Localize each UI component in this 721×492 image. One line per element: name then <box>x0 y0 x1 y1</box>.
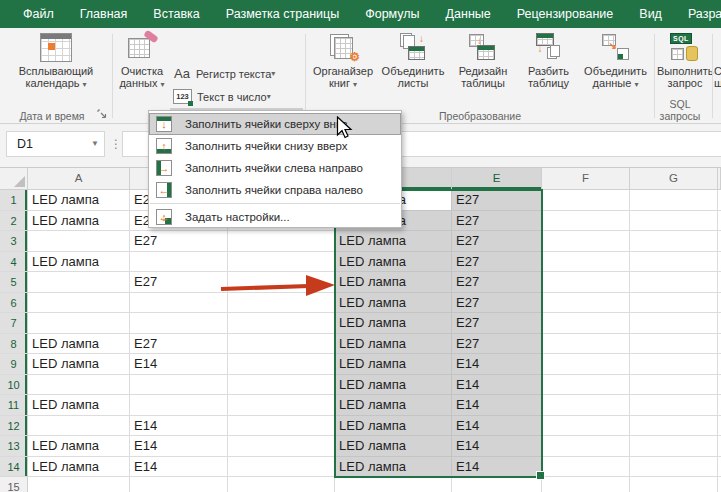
cell-E12[interactable]: E14 <box>452 416 542 437</box>
cell-E11[interactable]: E14 <box>452 395 542 416</box>
cell-G6[interactable] <box>630 293 718 314</box>
cell-E5[interactable]: E27 <box>452 272 542 293</box>
cell-A7[interactable] <box>28 313 130 334</box>
cell-A13[interactable]: LED лампа <box>28 436 130 457</box>
ribbon-button-split[interactable]: ↓Разбитьтаблицу <box>518 32 579 89</box>
menu-item-fill-down[interactable]: ↓Заполнить ячейки сверху вниз <box>149 113 401 135</box>
cell-E10[interactable]: E14 <box>452 375 542 396</box>
tab-2[interactable]: Главная <box>67 0 141 28</box>
menu-item-fill-left[interactable]: ←Заполнить ячейки справа налево <box>149 179 401 201</box>
cell-B4[interactable] <box>130 252 228 273</box>
cell-G4[interactable] <box>630 252 718 273</box>
tab-9[interactable]: Разработч <box>675 0 721 28</box>
cell-A6[interactable] <box>28 293 130 314</box>
cell-A5[interactable] <box>28 272 130 293</box>
cell-E14[interactable]: E14 <box>452 457 542 478</box>
cell-F5[interactable] <box>542 272 630 293</box>
cell-B9[interactable]: E14 <box>130 354 228 375</box>
row-header-14[interactable]: 14 <box>0 457 28 478</box>
cell-A15[interactable] <box>28 477 130 492</box>
menu-item-fill-settings[interactable]: ↔↕Задать настройки... <box>149 206 401 228</box>
cell-B13[interactable]: E14 <box>130 436 228 457</box>
row-header-15[interactable]: 15 <box>0 477 28 492</box>
menu-item-fill-up[interactable]: ↑Заполнить ячейки снизу вверх <box>149 135 401 157</box>
cell-B12[interactable]: E14 <box>130 416 228 437</box>
cell-E2[interactable]: E27 <box>452 211 542 232</box>
cell-G13[interactable] <box>630 436 718 457</box>
cell-A4[interactable]: LED лампа <box>28 252 130 273</box>
cell-E15[interactable] <box>452 477 542 492</box>
menu-item-fill-right[interactable]: →Заполнить ячейки слева направо <box>149 157 401 179</box>
cell-D6[interactable]: LED лампа <box>335 293 452 314</box>
column-header-E[interactable]: E <box>452 168 542 190</box>
row-header-11[interactable]: 11 <box>0 395 28 416</box>
cell-F10[interactable] <box>542 375 630 396</box>
cell-E8[interactable]: E27 <box>452 334 542 355</box>
clean-data-button[interactable]: Очисткаданных ▾ <box>115 32 169 91</box>
row-header-3[interactable]: 3 <box>0 231 28 252</box>
cell-C3[interactable] <box>228 231 335 252</box>
cell-D7[interactable]: LED лампа <box>335 313 452 334</box>
cell-E6[interactable]: E27 <box>452 293 542 314</box>
row-header-13[interactable]: 13 <box>0 436 28 457</box>
popup-calendar-button[interactable]: Всплывающийкалендарь ▾ <box>4 32 108 91</box>
name-box[interactable]: D1▼ <box>6 131 105 157</box>
cell-C11[interactable] <box>228 395 335 416</box>
cell-F2[interactable] <box>542 211 630 232</box>
cell-A14[interactable]: LED лампа <box>28 457 130 478</box>
cell-D13[interactable]: LED лампа <box>335 436 452 457</box>
cell-C8[interactable] <box>228 334 335 355</box>
cell-B7[interactable] <box>130 313 228 334</box>
cell-E4[interactable]: E27 <box>452 252 542 273</box>
cell-B15[interactable] <box>130 477 228 492</box>
cell-E1[interactable]: E27 <box>452 190 542 211</box>
cell-D12[interactable]: LED лампа <box>335 416 452 437</box>
cell-G10[interactable] <box>630 375 718 396</box>
cell-F8[interactable] <box>542 334 630 355</box>
cell-B10[interactable] <box>130 375 228 396</box>
cell-A1[interactable]: LED лампа <box>28 190 130 211</box>
text-case-button[interactable]: Aa Регистр текста▾ <box>170 62 303 85</box>
tab-8[interactable]: Вид <box>626 0 675 28</box>
cell-D15[interactable] <box>335 477 452 492</box>
select-all-corner[interactable] <box>0 168 28 190</box>
row-header-9[interactable]: 9 <box>0 354 28 375</box>
row-header-2[interactable]: 2 <box>0 211 28 232</box>
tab-6[interactable]: Данные <box>433 0 504 28</box>
row-header-6[interactable]: 6 <box>0 293 28 314</box>
cell-F6[interactable] <box>542 293 630 314</box>
cell-G15[interactable] <box>630 477 718 492</box>
cell-B8[interactable]: E27 <box>130 334 228 355</box>
cell-C14[interactable] <box>228 457 335 478</box>
cell-F1[interactable] <box>542 190 630 211</box>
cell-F14[interactable] <box>542 457 630 478</box>
cell-F3[interactable] <box>542 231 630 252</box>
dialog-launcher-icon[interactable] <box>97 109 108 120</box>
cell-A11[interactable]: LED лампа <box>28 395 130 416</box>
cell-G1[interactable] <box>630 190 718 211</box>
column-header-A[interactable]: A <box>28 168 130 190</box>
run-query-button[interactable]: SQL Выполнитьзапрос <box>657 32 713 89</box>
cell-C12[interactable] <box>228 416 335 437</box>
tab-1[interactable]: Файл <box>10 0 67 28</box>
cell-A9[interactable]: LED лампа <box>28 354 130 375</box>
cell-G7[interactable] <box>630 313 718 334</box>
column-header-G[interactable]: G <box>630 168 718 190</box>
cell-C15[interactable] <box>228 477 335 492</box>
row-header-12[interactable]: 12 <box>0 416 28 437</box>
cell-B14[interactable]: E14 <box>130 457 228 478</box>
cell-B3[interactable]: E27 <box>130 231 228 252</box>
ribbon-button-redesign[interactable]: ↓Редизайнтаблицы <box>448 32 518 89</box>
tab-3[interactable]: Вставка <box>140 0 212 28</box>
row-header-4[interactable]: 4 <box>0 252 28 273</box>
cell-B11[interactable] <box>130 395 228 416</box>
text-to-number-button[interactable]: 123 Текст в число▾ <box>170 85 303 108</box>
cell-G8[interactable] <box>630 334 718 355</box>
row-header-8[interactable]: 8 <box>0 334 28 355</box>
cell-E7[interactable]: E27 <box>452 313 542 334</box>
cell-A12[interactable] <box>28 416 130 437</box>
cell-F7[interactable] <box>542 313 630 334</box>
tab-7[interactable]: Рецензирование <box>504 0 627 28</box>
cell-C7[interactable] <box>228 313 335 334</box>
ribbon-button-merge-data[interactable]: ↘Объединитьданные ▾ <box>579 32 652 91</box>
